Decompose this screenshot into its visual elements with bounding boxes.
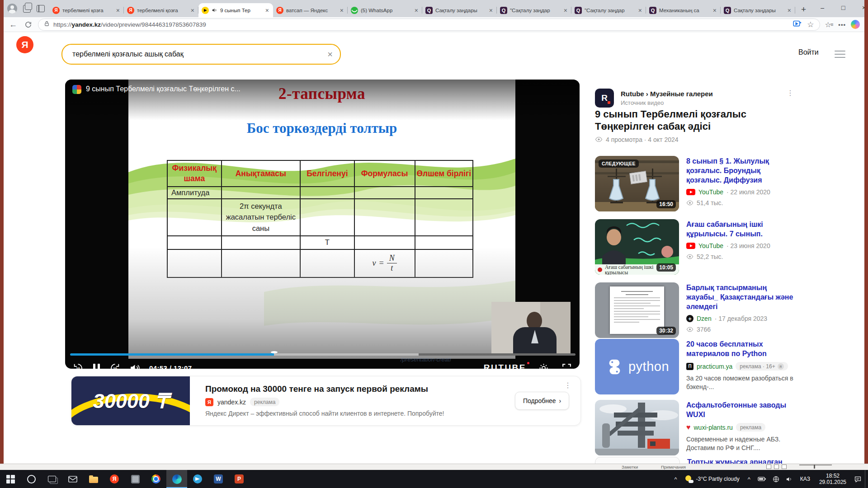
suggested-video-item-0[interactable]: СЛЕДУЮЩЕЕ16:508 сынып § 1. Жылулық қозға… [595, 156, 797, 211]
workspaces-icon[interactable] [23, 5, 31, 13]
tab-close-icon[interactable]: × [563, 7, 568, 14]
thumbnail-document[interactable]: 30:32 [595, 282, 679, 338]
browser-tab-3[interactable]: Яватсап — Яндекс× [273, 3, 348, 17]
ad-title[interactable]: Промокод на 30000 тенге на запуск первой… [205, 384, 428, 394]
rutube-channel-avatar[interactable]: R [595, 89, 614, 108]
forward-10-button[interactable]: 10 [109, 362, 121, 369]
ppt-zoom-slider[interactable] [799, 465, 832, 465]
profile-avatar[interactable] [7, 4, 17, 14]
yandex-logo[interactable]: Я [16, 36, 33, 53]
show-desktop-button[interactable] [865, 470, 868, 488]
ppt-zoom-handle[interactable] [814, 465, 815, 469]
tray-chevron-icon-2[interactable]: ^ [744, 476, 755, 483]
ppt-view-grid-icon[interactable] [774, 465, 779, 469]
tab-close-icon[interactable]: × [414, 7, 419, 14]
close-button[interactable]: × [854, 0, 864, 15]
taskbar-button-telegram[interactable] [187, 470, 208, 488]
browser-tab-9[interactable]: QСақталу заңдары× [721, 3, 795, 17]
settings-gear-icon[interactable] [538, 362, 549, 369]
fullscreen-icon[interactable] [561, 362, 572, 369]
tray-chevron-icon[interactable]: ^ [670, 476, 681, 483]
new-tab-button[interactable]: + [795, 5, 812, 17]
thumbnail-lab-flasks[interactable]: СЛЕДУЮЩЕЕ16:50 [595, 156, 679, 211]
thumbnail-python-ad[interactable]: python [595, 339, 679, 394]
suggested-video-item-2[interactable]: 30:32Барлық тапсырманың жауабы_ Қазақста… [595, 282, 797, 338]
tab-close-icon[interactable]: × [712, 7, 717, 14]
tab-close-icon[interactable]: × [488, 7, 494, 14]
back-button[interactable]: ← [8, 19, 18, 29]
volume-tray-icon[interactable] [783, 476, 796, 483]
browser-tab-1[interactable]: Ятербелмелі қозға× [124, 3, 198, 17]
browser-tab-2[interactable]: ▶9 сынып Тер× [198, 3, 273, 17]
language-indicator[interactable]: КАЗ [796, 476, 815, 482]
ppt-view-normal-icon[interactable] [766, 465, 771, 469]
taskbar-button-app-gray[interactable] [125, 470, 146, 488]
tab-close-icon[interactable]: × [115, 7, 121, 14]
maximize-button[interactable]: □ [833, 0, 854, 15]
search-input[interactable] [62, 50, 320, 59]
suggestion-source[interactable]: Dzen [697, 315, 712, 322]
suggestion-source[interactable]: YouTube [698, 242, 723, 249]
thumbnail-asphalt-plant[interactable] [595, 400, 679, 455]
thumbnail-partial[interactable] [595, 457, 680, 464]
tab-close-icon[interactable]: × [190, 7, 195, 14]
browser-tab-7[interactable]: Q"Сақталу заңдар× [571, 3, 646, 17]
suggested-video-item-4[interactable]: Асфальтобетонные заводы WUXI♥wuxi-plants… [595, 400, 797, 455]
browser-tab-8[interactable]: QМеханиканың са× [646, 3, 721, 17]
browser-tab-4[interactable]: (5) WhatsApp× [348, 3, 422, 17]
login-button[interactable]: Войти [798, 48, 819, 56]
pause-button[interactable] [92, 364, 101, 369]
taskbar-button-explorer[interactable] [83, 470, 104, 488]
menu-icon[interactable] [835, 51, 845, 60]
taskbar-button-edge[interactable] [166, 470, 187, 488]
video-enhance-icon[interactable] [793, 20, 802, 29]
network-icon[interactable] [769, 476, 783, 483]
browser-tab-5[interactable]: QСақталу заңдары× [422, 3, 497, 17]
browser-tab-0[interactable]: Ятербелмелі қозға× [49, 3, 124, 17]
taskbar-button-task-view[interactable] [42, 470, 62, 488]
taskbar-button-word[interactable]: W [208, 470, 229, 488]
address-bar[interactable]: https://yandex.kz/video/preview/98444631… [38, 19, 820, 31]
refresh-button[interactable] [23, 19, 33, 29]
taskbar-button-start[interactable] [0, 470, 21, 488]
suggestion-title[interactable]: Топтық жұмысқа арналған [687, 457, 797, 464]
taskbar-button-yandex-browser[interactable]: Я [104, 470, 125, 488]
ad-banner[interactable]: 30000 ₸ Промокод на 30000 тенге на запус… [71, 376, 581, 426]
suggestion-title[interactable]: Ағаш сабағының ішкі құрылысы. 7 сынып. [686, 220, 797, 239]
suggested-video-item-3[interactable]: python20 часов бесплатных материалов по … [595, 339, 797, 394]
action-center-icon[interactable] [851, 475, 865, 483]
favorite-star-icon[interactable]: ☆ [807, 20, 814, 29]
suggested-video-item-5[interactable]: Топтық жұмысқа арналған [595, 457, 797, 464]
settings-menu-icon[interactable]: ••• [838, 21, 846, 28]
ppt-notes-button[interactable]: Заметки [622, 465, 638, 469]
channel-breadcrumb[interactable]: Rutube › Музейные галереи [621, 90, 713, 98]
favorites-bar-icon[interactable]: ☆≡ [825, 20, 834, 29]
ad-kebab-menu[interactable]: ⋮ [564, 382, 571, 389]
browser-tab-6[interactable]: Q"Сақталу заңдар× [497, 3, 571, 17]
suggestion-source[interactable]: practicum.ya [697, 363, 732, 370]
taskbar-button-chrome[interactable] [146, 470, 166, 488]
suggestion-title[interactable]: Барлық тапсырманың жауабы_ Қазақстандағы… [686, 283, 797, 311]
tab-close-icon[interactable]: × [264, 7, 270, 14]
minimize-button[interactable]: – [812, 0, 833, 15]
tab-close-icon[interactable]: × [787, 7, 792, 14]
tab-close-icon[interactable]: × [637, 7, 643, 14]
suggestion-title[interactable]: Асфальтобетонные заводы WUXI [686, 400, 797, 419]
taskbar-button-mail[interactable] [62, 470, 83, 488]
ad-more-button[interactable]: Подробнее› [515, 392, 569, 410]
suggestion-source[interactable]: wuxi-plants.ru [694, 424, 733, 431]
video-kebab-menu[interactable]: ⋮ [787, 89, 794, 97]
ppt-view-slideshow-icon[interactable] [782, 465, 787, 469]
taskbar-button-search[interactable] [21, 470, 42, 488]
thumbnail-teacher-chalkboard[interactable]: 10:05Ағаш сабағының ішкі құрылысы [595, 219, 679, 275]
battery-icon[interactable] [755, 476, 769, 482]
progress-handle[interactable] [271, 351, 278, 353]
tab-actions-icon[interactable] [37, 5, 45, 12]
tab-close-icon[interactable]: × [339, 7, 344, 14]
rewind-10-button[interactable]: 10 [72, 362, 84, 369]
video-player[interactable]: 2-тапсырма Бос торкөздерді толтыр Физика… [65, 80, 580, 369]
ppt-comments-button[interactable]: Примечания [661, 465, 686, 469]
taskbar-button-powerpoint[interactable]: P [229, 470, 250, 488]
copilot-icon[interactable] [851, 20, 860, 29]
progress-bar[interactable] [70, 353, 576, 356]
